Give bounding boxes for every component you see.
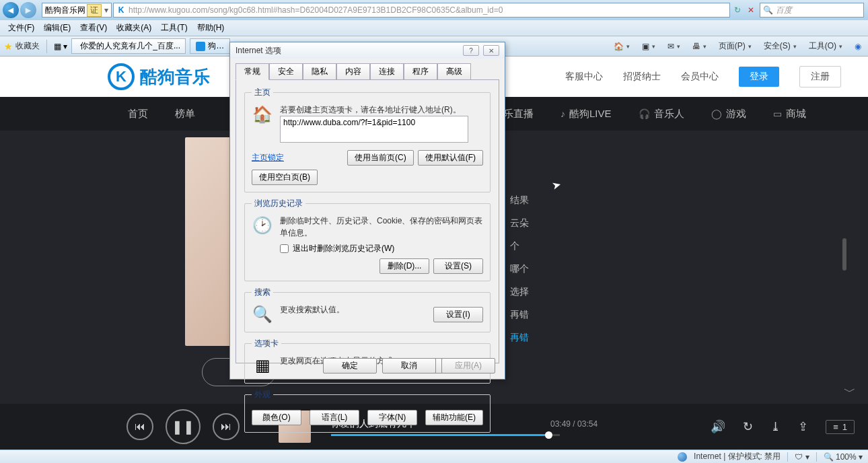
refresh-icon[interactable]: ↻ <box>731 4 744 16</box>
menu-edit[interactable]: 编辑(E) <box>40 21 75 35</box>
list-item[interactable]: 选择 <box>510 280 529 303</box>
nav-game[interactable]: ◯游戏 <box>711 108 746 120</box>
prev-button[interactable]: ⏮ <box>126 413 153 440</box>
player-time: 03:49 / 03:54 <box>550 419 598 429</box>
nav-rank[interactable]: 榜单 <box>175 108 195 120</box>
dialog-help-button[interactable]: ? <box>463 45 479 56</box>
tab-programs[interactable]: 程序 <box>404 63 437 80</box>
quick-tabs-icon[interactable]: ▦ ▾ <box>54 42 67 51</box>
help-icon: ◉ <box>855 42 861 51</box>
shop-icon: ▭ <box>773 108 782 119</box>
list-item[interactable]: 哪个 <box>510 257 529 280</box>
homepage-lock-link[interactable]: 主页锁定 <box>252 152 284 164</box>
ok-button[interactable]: 确定 <box>323 358 377 373</box>
tab-connections[interactable]: 连接 <box>370 63 404 80</box>
tab-privacy[interactable]: 隐私 <box>303 63 336 80</box>
address-bar[interactable]: K http://www.kugou.com/song/kg0c68.html#… <box>113 3 730 17</box>
fonts-button[interactable]: 字体(N) <box>367 410 417 425</box>
cancel-button[interactable]: 取消 <box>382 358 436 373</box>
menu-help[interactable]: 帮助(H) <box>193 21 229 35</box>
link-recruit[interactable]: 招贤纳士 <box>623 71 661 83</box>
queue-button[interactable]: ≡1 <box>826 420 855 434</box>
use-current-button[interactable]: 使用当前页(C) <box>347 150 414 166</box>
nav-musician[interactable]: 🎧音乐人 <box>639 108 684 120</box>
history-settings-button[interactable]: 设置(S) <box>433 258 483 274</box>
loop-icon[interactable]: ↻ <box>743 419 753 434</box>
history-delete-button[interactable]: 删除(D)... <box>379 258 429 274</box>
apply-button[interactable]: 应用(A) <box>441 358 495 373</box>
chevron-down-icon[interactable]: ﹀ <box>844 384 856 400</box>
tab-advanced[interactable]: 高级 <box>437 63 471 80</box>
dialog-titlebar[interactable]: Internet 选项 ? ✕ <box>230 42 505 59</box>
tab-content[interactable]: 内容 <box>336 63 370 80</box>
link-member[interactable]: 会员中心 <box>681 71 719 83</box>
link-service[interactable]: 客服中心 <box>565 71 603 83</box>
headphone-icon: 🎧 <box>639 108 650 119</box>
menu-favorites[interactable]: 收藏夹(A) <box>112 21 155 35</box>
print-button[interactable]: 🖶 <box>690 40 709 52</box>
login-button[interactable]: 登录 <box>739 67 779 87</box>
progress-bar[interactable] <box>331 434 560 436</box>
volume-icon[interactable]: 🔊 <box>711 419 725 434</box>
list-item[interactable]: 再错 <box>510 303 529 326</box>
register-button[interactable]: 注册 <box>799 66 841 87</box>
homepage-hint: 若要创建主页选项卡，请在各地址行键入地址(R)。 <box>280 104 483 116</box>
dialog-close-button[interactable]: ✕ <box>483 45 499 56</box>
browser-tab-kugou[interactable]: 狗… <box>190 38 230 54</box>
dialog-title-text: Internet 选项 <box>236 45 281 57</box>
status-bar: Internet | 保护模式: 禁用 🛡 ▾ 🔍 100% ▾ <box>0 450 868 463</box>
zone-label: Internet | 保护模式: 禁用 <box>694 451 781 462</box>
kugou-logo[interactable]: K 酷狗音乐 <box>108 63 210 90</box>
list-item[interactable]: 结果 <box>510 188 529 211</box>
nav-back-button[interactable]: ◄ <box>3 2 19 18</box>
dialog-footer: 确定 取消 应用(A) <box>230 358 505 373</box>
page-menu[interactable]: 页面(P) <box>716 39 754 53</box>
menu-file[interactable]: 文件(F) <box>4 21 38 35</box>
stop-icon[interactable]: ✕ <box>745 4 757 16</box>
scrollbar-thumb[interactable] <box>842 238 846 271</box>
dropdown-arrow-icon[interactable]: ▾ <box>104 5 108 15</box>
menu-tools[interactable]: 工具(T) <box>157 21 191 35</box>
mail-button[interactable]: ✉ <box>665 40 683 52</box>
homepage-url-input[interactable] <box>280 116 468 143</box>
nav-kglive[interactable]: ♪酷狗LIVE <box>560 108 612 120</box>
tab-general[interactable]: 常规 <box>236 63 269 80</box>
tools-menu[interactable]: 工具(O) <box>806 39 845 53</box>
nav-forward-button[interactable]: ► <box>20 2 36 18</box>
list-item[interactable]: 云朵 <box>510 211 529 234</box>
list-item[interactable]: 再错 <box>510 326 529 349</box>
accessibility-button[interactable]: 辅助功能(E) <box>425 410 483 425</box>
zoom-control[interactable]: 🔍 100% ▾ <box>824 452 863 462</box>
share-icon[interactable]: ⇪ <box>798 419 808 434</box>
tab-security[interactable]: 安全 <box>269 63 303 80</box>
safety-menu[interactable]: 安全(S) <box>761 39 799 53</box>
list-item[interactable]: 个 <box>510 234 529 257</box>
star-icon: ★ <box>4 41 13 52</box>
pause-button[interactable]: ❚❚ <box>166 409 201 444</box>
download-icon[interactable]: ⤓ <box>770 419 781 434</box>
protected-mode-icon[interactable]: 🛡 ▾ <box>795 452 809 462</box>
use-blank-button[interactable]: 使用空白页(B) <box>252 170 318 185</box>
use-default-button[interactable]: 使用默认值(F) <box>418 150 483 166</box>
next-button[interactable]: ⏭ <box>213 413 240 440</box>
nav-mall[interactable]: ▭商城 <box>773 108 806 120</box>
search-engine-icon: 🔍 <box>763 5 773 15</box>
feeds-button[interactable]: ▣ <box>639 40 658 52</box>
home-button[interactable]: 🏠 <box>611 40 632 52</box>
browser-search-box[interactable]: 🔍 百度 <box>760 3 864 17</box>
help-button[interactable]: ◉ <box>852 40 864 52</box>
search-settings-button[interactable]: 设置(I) <box>433 307 483 322</box>
kugou-favicon-icon: K <box>116 5 126 15</box>
delete-on-exit-checkbox[interactable] <box>280 244 289 253</box>
browser-tab-baidu[interactable]: 你爱的人究竟有几个_百度... <box>71 38 186 54</box>
colors-button[interactable]: 颜色(O) <box>252 410 301 425</box>
dialog-tabstrip: 常规 安全 隐私 内容 连接 程序 高级 <box>230 59 505 79</box>
languages-button[interactable]: 语言(L) <box>310 410 359 425</box>
kugou-brand-text: 酷狗音乐 <box>140 65 210 89</box>
nav-home[interactable]: 首页 <box>128 108 148 120</box>
recommendation-list: 结果 云朵 个 哪个 选择 再错 再错 <box>510 188 529 349</box>
favorites-button[interactable]: ★ 收藏夹 <box>4 40 40 52</box>
tabs-legend: 选项卡 <box>252 338 281 349</box>
cert-badge: 证 <box>87 4 102 17</box>
menu-view[interactable]: 查看(V) <box>76 21 111 35</box>
